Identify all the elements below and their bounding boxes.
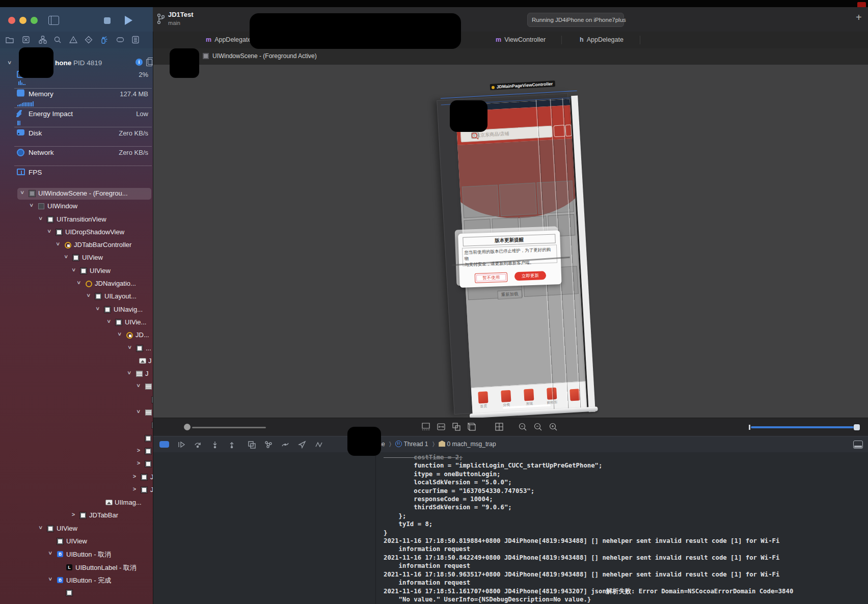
phone-tab-item[interactable]: 首页: [474, 391, 493, 409]
frame-label[interactable]: 0 mach_msg_trap: [447, 441, 496, 448]
tree-row[interactable]: > UIView: [0, 523, 153, 535]
view-debugger-canvas[interactable]: 搜索京东商品/店铺: [153, 65, 868, 418]
gauge-row[interactable]: Energy Impact Low: [0, 108, 153, 121]
jump-bar-item[interactable]: UIWindowScene - (Foreground Active): [212, 52, 317, 60]
tree-row[interactable]: > UIButtonLabel - 取消: [0, 561, 153, 574]
environment-overrides-icon[interactable]: [281, 440, 290, 449]
disclosure-icon[interactable]: >: [55, 241, 61, 246]
tree-row[interactable]: > UINavig...: [0, 304, 153, 316]
disclosure-icon[interactable]: >: [132, 486, 137, 492]
tree-row[interactable]: > UIButton - 取消: [0, 548, 153, 561]
disclosure-icon[interactable]: >: [29, 203, 35, 208]
disclosure-icon[interactable]: >: [136, 460, 141, 466]
disclosure-icon[interactable]: >: [46, 229, 52, 234]
stack-icon[interactable]: [146, 59, 152, 66]
tree-row[interactable]: > UIView: [0, 252, 153, 264]
zoom-out-icon[interactable]: [517, 421, 528, 432]
tree-row[interactable]: > ...: [0, 342, 153, 355]
project-navigator-icon[interactable]: [5, 35, 14, 44]
tree-row[interactable]: >: [0, 419, 153, 432]
phone-tab-item[interactable]: 发现: [520, 389, 539, 407]
tree-row[interactable]: > J: [0, 471, 153, 484]
tab-appdelegate-m[interactable]: mAppDelegate: [206, 32, 251, 48]
continue-icon[interactable]: [177, 440, 186, 449]
stop-button[interactable]: [104, 17, 111, 24]
disclosure-icon[interactable]: >: [126, 370, 132, 375]
disclosure-icon[interactable]: >: [38, 216, 44, 221]
zoom-window-button[interactable]: [31, 17, 38, 24]
step-over-icon[interactable]: [194, 440, 203, 449]
tree-row[interactable]: > J: [0, 368, 153, 380]
disclosure-icon[interactable]: >: [106, 319, 112, 324]
tree-row[interactable]: > UILayout...: [0, 290, 153, 303]
run-button[interactable]: [125, 16, 132, 25]
breakpoints-toggle-icon[interactable]: [159, 441, 169, 448]
disclosure-icon[interactable]: >: [136, 447, 141, 453]
orient-3d-icon[interactable]: [466, 421, 477, 432]
close-window-button[interactable]: [8, 17, 15, 24]
gauge-row[interactable]: FPS: [0, 167, 153, 179]
phone-tab-item[interactable]: 分类: [497, 390, 516, 408]
chevron-down-icon[interactable]: >: [7, 60, 13, 65]
disclosure-icon[interactable]: >: [19, 190, 25, 195]
tree-row[interactable]: > UIVie...: [0, 316, 153, 329]
dialog-update-button[interactable]: 立即更新: [514, 271, 547, 281]
disclosure-icon[interactable]: >: [71, 511, 76, 517]
tree-row[interactable]: > JDTabBarController: [0, 239, 153, 252]
tree-row[interactable]: >: [0, 587, 153, 599]
disclosure-icon[interactable]: >: [76, 280, 82, 285]
view-debugger-icon[interactable]: [247, 440, 256, 449]
tree-row[interactable]: > J: [0, 484, 153, 497]
simulate-location-icon[interactable]: [297, 440, 307, 449]
thread-label[interactable]: Thread 1: [404, 441, 428, 448]
console-output[interactable]: costTime = 2; function = "implictLogin_C…: [384, 453, 865, 603]
tree-row[interactable]: >: [0, 432, 153, 445]
disclosure-icon[interactable]: >: [63, 254, 69, 259]
disclosure-icon[interactable]: >: [47, 576, 53, 582]
spacing-slider[interactable]: [751, 426, 859, 428]
step-into-icon[interactable]: [210, 440, 220, 449]
disclosure-icon[interactable]: >: [86, 293, 92, 298]
clipped-content-icon[interactable]: [420, 421, 431, 432]
step-out-icon[interactable]: [227, 440, 236, 449]
reload-button[interactable]: 重新加载: [497, 289, 522, 299]
dialog-dismiss-button[interactable]: 暂不使用: [475, 272, 508, 283]
constraints-icon[interactable]: [436, 421, 447, 432]
disclosure-icon[interactable]: >: [132, 473, 137, 479]
add-editor-button[interactable]: +: [856, 12, 862, 23]
console-pane-toggle-icon[interactable]: [853, 441, 863, 449]
memory-graph-icon[interactable]: [264, 440, 273, 449]
phone-tab-item[interactable]: [565, 389, 584, 402]
gauge-row[interactable]: Disk Zero KB/s: [0, 128, 153, 140]
report-navigator-icon[interactable]: [131, 35, 140, 44]
tree-row[interactable]: > UIView: [0, 535, 153, 548]
sidebar-toggle-icon[interactable]: [48, 16, 59, 25]
disclosure-icon[interactable]: >: [135, 383, 142, 388]
rotation-slider-knob[interactable]: [184, 424, 191, 430]
tree-row[interactable]: > UIImag...: [0, 497, 153, 509]
update-dialog[interactable]: 版本更新提醒 您当前使用的版本已停止维护，为了更好的购物 与支付安全，请更新到最…: [458, 230, 562, 288]
breakpoint-navigator-icon[interactable]: [116, 35, 125, 44]
gauge-row[interactable]: Network Zero KB/s: [0, 147, 153, 159]
view-count-grid-icon[interactable]: [494, 421, 505, 432]
zoom-in-icon[interactable]: [548, 421, 559, 432]
disclosure-icon[interactable]: >: [95, 306, 101, 311]
layers-icon[interactable]: [451, 421, 462, 432]
tree-row[interactable]: >: [0, 380, 153, 393]
tab-viewcontroller[interactable]: mViewController: [496, 32, 546, 48]
tree-row[interactable]: >: [0, 445, 153, 458]
debug-breadcrumb[interactable]: hone 〉 Thread 1 〉 0 mach_msg_trap: [371, 441, 496, 448]
tree-row[interactable]: >: [0, 394, 153, 406]
tree-row[interactable]: > JDTabBar: [0, 509, 153, 522]
tree-row[interactable]: > UIView: [0, 265, 153, 278]
disclosure-icon[interactable]: >: [47, 551, 53, 556]
disclosure-icon[interactable]: >: [71, 267, 77, 272]
debug-navigator-icon[interactable]: [99, 35, 108, 44]
tree-row[interactable]: > UIDropShadowView: [0, 226, 153, 239]
minimize-window-button[interactable]: [19, 17, 26, 24]
variables-console-divider[interactable]: [375, 452, 376, 604]
tree-row[interactable]: > UIWindow: [0, 200, 153, 213]
issue-navigator-icon[interactable]: [69, 35, 78, 44]
tree-row[interactable]: > JDNavigatio...: [0, 278, 153, 290]
symbol-navigator-icon[interactable]: [38, 35, 47, 44]
